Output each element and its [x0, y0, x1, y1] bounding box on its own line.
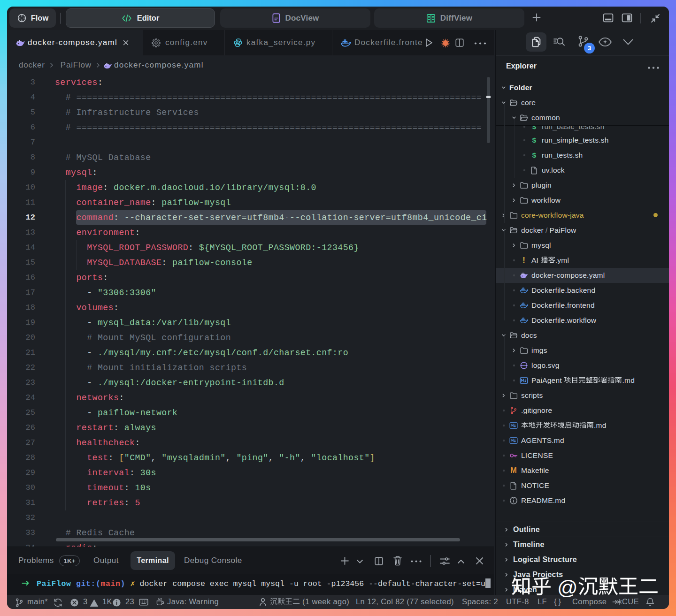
svg-text:$: $	[532, 126, 536, 131]
svg-text:!: !	[522, 256, 525, 264]
svg-text:$: $	[532, 152, 536, 160]
svg-text:M: M	[510, 466, 517, 474]
svg-text:$: $	[532, 137, 536, 144]
